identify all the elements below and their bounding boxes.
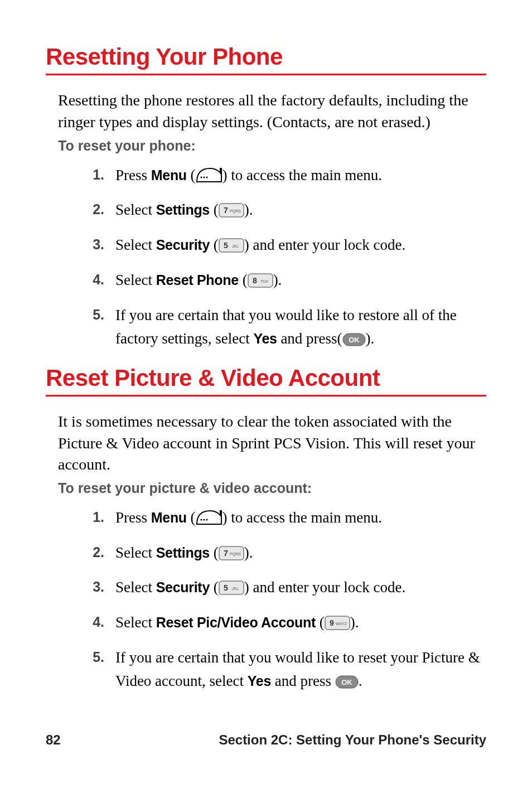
ok-key-icon bbox=[342, 330, 366, 354]
svg-text:9: 9 bbox=[330, 618, 334, 627]
footer-section-label: Section 2C: Setting Your Phone's Securit… bbox=[219, 732, 486, 748]
step-item: 1.Press Menu () to access the main menu. bbox=[93, 506, 486, 533]
step-item: 3.Select Security (5JKL) and enter your … bbox=[93, 576, 486, 602]
subhead-2: To reset your picture & video account: bbox=[46, 480, 486, 496]
step-action-label: Menu bbox=[151, 510, 187, 525]
step-action-label: Settings bbox=[156, 202, 210, 217]
steps-list-1: 1.Press Menu () to access the main menu.… bbox=[46, 164, 486, 354]
heading-rule bbox=[46, 74, 486, 75]
step-action-label: Menu bbox=[151, 167, 187, 183]
step-text: ( bbox=[210, 579, 219, 596]
step-text: ) and enter your lock code. bbox=[244, 236, 405, 253]
svg-text:5: 5 bbox=[224, 241, 228, 250]
svg-text:7: 7 bbox=[224, 549, 228, 558]
step-text: ( bbox=[210, 236, 219, 253]
key-8tuv-icon: 8TUV bbox=[248, 272, 273, 295]
step-text: ( bbox=[187, 509, 196, 526]
step-text: ( bbox=[239, 272, 248, 288]
step-item: 4.Select Reset Pic/Video Account (9WXYZ)… bbox=[93, 611, 486, 637]
step-number: 3. bbox=[73, 576, 104, 598]
page-number: 82 bbox=[46, 732, 61, 748]
step-text: Select bbox=[115, 614, 156, 631]
step-text: Select bbox=[115, 544, 156, 561]
step-action-label: Security bbox=[156, 237, 210, 253]
svg-text:5: 5 bbox=[224, 583, 228, 592]
step-text: ( bbox=[337, 330, 342, 347]
step-text: ( bbox=[187, 167, 196, 183]
step-text: ). bbox=[366, 330, 375, 347]
svg-text:WXYZ: WXYZ bbox=[336, 622, 347, 626]
step-text: ( bbox=[210, 544, 219, 561]
step-text: ). bbox=[244, 544, 253, 561]
step-number: 5. bbox=[73, 304, 104, 326]
step-action-label: Yes bbox=[253, 331, 277, 346]
step-text: . bbox=[359, 673, 362, 689]
step-text: Select bbox=[115, 201, 156, 218]
steps-list-2: 1.Press Menu () to access the main menu.… bbox=[46, 506, 486, 696]
step-number: 2. bbox=[73, 199, 104, 220]
step-item: 5.If you are certain that you would like… bbox=[93, 646, 486, 696]
step-item: 3.Select Security (5JKL) and enter your … bbox=[93, 234, 486, 260]
svg-text:8: 8 bbox=[253, 276, 257, 285]
step-number: 3. bbox=[73, 234, 104, 255]
menu-key-icon bbox=[196, 167, 223, 190]
menu-key-icon bbox=[196, 509, 223, 533]
step-text: Select bbox=[115, 272, 156, 288]
svg-text:PQRS: PQRS bbox=[230, 552, 241, 557]
step-text: Select bbox=[115, 579, 156, 596]
step-action-label: Reset Pic/Video Account bbox=[156, 615, 316, 630]
intro-text-1: Resetting the phone restores all the fac… bbox=[46, 90, 486, 133]
page-footer: 82 Section 2C: Setting Your Phone's Secu… bbox=[46, 732, 486, 748]
step-item: 1.Press Menu () to access the main menu. bbox=[93, 164, 486, 190]
svg-text:7: 7 bbox=[224, 206, 228, 215]
step-text: Select bbox=[115, 236, 156, 253]
step-number: 1. bbox=[73, 506, 104, 528]
step-text: Press bbox=[115, 509, 151, 526]
step-item: 2.Select Settings (7PQRS). bbox=[93, 541, 486, 568]
step-number: 4. bbox=[73, 611, 104, 633]
step-text: ) to access the main menu. bbox=[223, 509, 382, 526]
step-number: 1. bbox=[73, 164, 104, 186]
svg-text:TUV: TUV bbox=[260, 279, 268, 283]
svg-text:JKL: JKL bbox=[232, 244, 239, 248]
step-item: 5.If you are certain that you would like… bbox=[93, 304, 486, 354]
svg-text:PQRS: PQRS bbox=[230, 209, 241, 214]
heading-resetting-phone: Resetting Your Phone bbox=[46, 43, 486, 70]
step-text: ( bbox=[316, 614, 325, 631]
step-action-label: Settings bbox=[156, 545, 210, 560]
step-item: 2.Select Settings (7PQRS). bbox=[93, 199, 486, 225]
ok-key-icon bbox=[335, 673, 359, 696]
step-action-label: Yes bbox=[248, 673, 271, 689]
step-text: Press bbox=[115, 167, 151, 183]
step-item: 4.Select Reset Phone (8TUV). bbox=[93, 269, 486, 295]
step-text: ) and enter your lock code. bbox=[244, 579, 405, 596]
step-text: ) to access the main menu. bbox=[223, 167, 382, 183]
key-7pqrs-icon: 7PQRS bbox=[219, 201, 244, 225]
step-number: 5. bbox=[73, 646, 104, 668]
step-action-label: Reset Phone bbox=[156, 272, 239, 288]
heading-rule-2 bbox=[46, 395, 486, 396]
step-action-label: Security bbox=[156, 579, 210, 595]
step-number: 4. bbox=[73, 269, 104, 291]
key-5jkl-icon: 5JKL bbox=[219, 236, 244, 260]
step-text: ). bbox=[350, 614, 359, 631]
intro-text-2: It is sometimes necessary to clear the t… bbox=[46, 411, 486, 476]
subhead-1: To reset your phone: bbox=[46, 138, 486, 154]
heading-reset-picture-video: Reset Picture & Video Account bbox=[46, 365, 486, 391]
step-text: ( bbox=[210, 201, 219, 218]
step-text: and press bbox=[271, 673, 335, 689]
step-text: and press bbox=[277, 330, 337, 347]
key-5jkl-icon: 5JKL bbox=[219, 579, 244, 602]
step-number: 2. bbox=[73, 541, 104, 563]
step-text: ). bbox=[244, 201, 253, 218]
key-9wxyz-icon: 9WXYZ bbox=[325, 614, 350, 637]
step-text: ). bbox=[273, 272, 282, 288]
svg-text:JKL: JKL bbox=[232, 587, 239, 591]
key-7pqrs-icon: 7PQRS bbox=[219, 544, 244, 568]
